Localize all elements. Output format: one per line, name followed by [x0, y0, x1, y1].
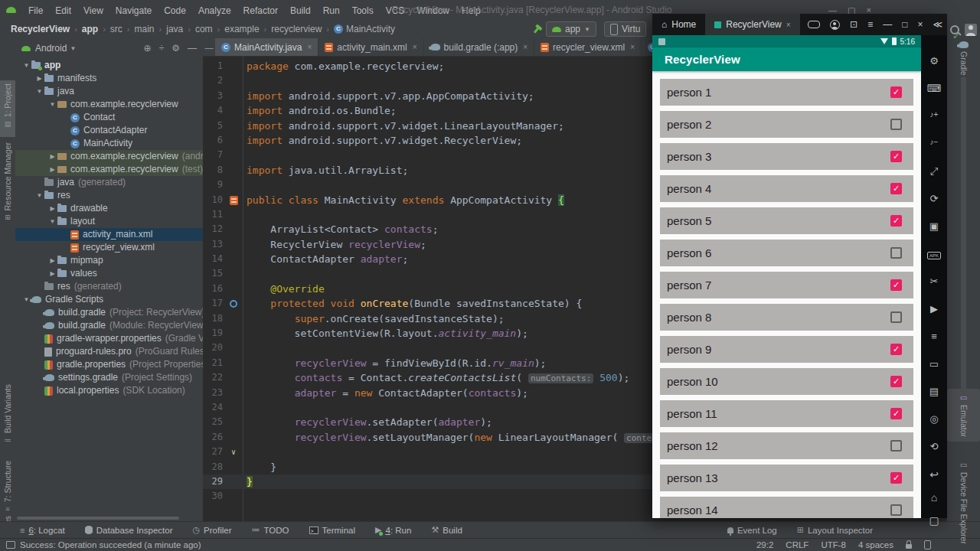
- list-item-person-7[interactable]: person 7✓: [660, 272, 913, 298]
- tool-window-button-layout-inspector[interactable]: ⊞Layout Inspector: [797, 525, 873, 535]
- close-icon[interactable]: ×: [523, 43, 528, 51]
- checkbox[interactable]: ✓: [890, 344, 902, 355]
- close-icon[interactable]: ×: [307, 43, 312, 51]
- tool-window-button-6-logcat[interactable]: ≡6: Logcat: [20, 525, 65, 535]
- chevron-expanded-icon[interactable]: ▼: [34, 189, 44, 202]
- list-item-person-6[interactable]: person 6: [660, 240, 913, 266]
- close-icon[interactable]: ×: [786, 21, 791, 29]
- nav-back-icon[interactable]: ↩: [921, 468, 947, 481]
- tree-row-contactadapter[interactable]: CContactAdapter: [15, 124, 203, 137]
- build-hammer-icon[interactable]: [534, 25, 541, 33]
- checkbox[interactable]: [890, 247, 902, 259]
- user-icon[interactable]: [830, 20, 840, 30]
- tree-row-settings-gradle-project-settings[interactable]: settings.gradle(Project Settings): [15, 371, 203, 384]
- menu-item-navigate[interactable]: Navigate: [109, 5, 158, 16]
- fullscreen-icon[interactable]: ⤢: [921, 165, 947, 178]
- tree-row-proguard-rules-pro-proguard-rules-for-re[interactable]: proguard-rules.pro(ProGuard Rules for Re: [15, 345, 203, 358]
- tree-row-mainactivity[interactable]: CMainActivity: [15, 137, 203, 150]
- breadcrumb-item-recyclerview[interactable]: RecyclerView: [9, 24, 71, 34]
- sidebar-item-7-structure[interactable]: 7: Structure≡: [0, 458, 15, 511]
- tool-window-button-4-run[interactable]: ▶4: Run: [375, 525, 411, 535]
- list-item-person-4[interactable]: person 4✓: [660, 175, 913, 202]
- tree-row-java[interactable]: ▼java: [15, 85, 203, 98]
- list-item-person-8[interactable]: person 8: [660, 304, 913, 331]
- tree-row-com-example-recyclerview[interactable]: ▼com.example.recyclerview: [15, 98, 203, 111]
- breadcrumb-item-main[interactable]: main: [133, 24, 156, 34]
- menu-item-tools[interactable]: Tools: [346, 5, 380, 16]
- list-item-person-9[interactable]: person 9✓: [660, 336, 913, 363]
- breadcrumb-item-example[interactable]: example: [223, 24, 260, 34]
- chevron-collapsed-icon[interactable]: ▶: [47, 202, 57, 215]
- checkbox[interactable]: [890, 440, 902, 452]
- list-item-person-11[interactable]: person 11✓: [660, 400, 913, 427]
- tree-row-mipmap[interactable]: ▶mipmap: [15, 254, 203, 267]
- tree-row-layout[interactable]: ▼layout: [15, 215, 203, 228]
- recycler-view-list[interactable]: person 1✓person 2person 3✓person 4✓perso…: [652, 71, 921, 518]
- keyboard-icon[interactable]: ⌨: [921, 83, 947, 94]
- checkbox[interactable]: ✓: [890, 279, 902, 291]
- record-icon[interactable]: ▶: [921, 303, 947, 315]
- settings-icon[interactable]: ⚙: [921, 55, 947, 67]
- menu-item-view[interactable]: View: [77, 5, 109, 16]
- volume-down-icon[interactable]: ♪−: [921, 138, 947, 146]
- nav-overview-icon[interactable]: ▢: [921, 514, 947, 527]
- hide-panel-icon[interactable]: —: [188, 43, 197, 54]
- emulator-device-icon[interactable]: [924, 540, 931, 549]
- tree-row-com-example-recyclerview-androidtest[interactable]: ▶com.example.recyclerview(androidTest): [15, 150, 203, 163]
- tool-window-button-database-inspector[interactable]: Database Inspector: [85, 525, 173, 535]
- collapse-icon[interactable]: ≪: [933, 19, 942, 30]
- chevron-collapsed-icon[interactable]: ▶: [47, 163, 57, 176]
- tool-window-button-event-log[interactable]: Event Log: [727, 525, 777, 535]
- sidebar-item-build-variants[interactable]: Build Variants≔: [0, 381, 15, 455]
- tree-row-contact[interactable]: CContact: [15, 111, 203, 124]
- list-item-person-12[interactable]: person 12: [660, 432, 913, 459]
- tool-window-button-build[interactable]: ⚒Build: [431, 525, 462, 535]
- volume-up-icon[interactable]: ♪+: [921, 110, 947, 119]
- locate-file-icon[interactable]: ⊕: [144, 43, 152, 54]
- checkbox[interactable]: ✓: [890, 472, 902, 484]
- tree-row-local-properties-sdk-location[interactable]: local.properties(SDK Location): [15, 384, 203, 397]
- tree-row-gradle-wrapper-properties-gradle-version[interactable]: gradle-wrapper.properties(Gradle Version…: [15, 332, 203, 345]
- location-icon[interactable]: ◎: [921, 413, 947, 425]
- tab-build-gradle-app[interactable]: build.gradle (:app)×: [424, 38, 535, 56]
- list-item-person-3[interactable]: person 3✓: [660, 143, 913, 170]
- override-method-icon[interactable]: [230, 300, 237, 308]
- checkbox[interactable]: ✓: [890, 376, 902, 387]
- breadcrumb-item-app[interactable]: app: [80, 24, 100, 34]
- checkbox[interactable]: [890, 119, 902, 130]
- horizontal-scrollbar[interactable]: [17, 517, 179, 520]
- chevron-collapsed-icon[interactable]: ▶: [34, 72, 44, 85]
- sidebar-item-resource-manager[interactable]: Resource Manager⊞: [0, 139, 15, 227]
- tab-mainactivity-java[interactable]: CMainActivity.java×: [215, 38, 318, 56]
- project-view-selector[interactable]: Android: [35, 43, 67, 54]
- tree-row-app[interactable]: ▼app: [15, 59, 203, 72]
- rotate-screen-icon[interactable]: ⟲: [921, 441, 947, 452]
- tab-recycler-view-xml[interactable]: recycler_view.xml×: [534, 38, 642, 56]
- tree-row-java-generated[interactable]: java(generated): [15, 176, 203, 189]
- tool-window-button-todo[interactable]: ≔TODO: [252, 525, 289, 535]
- menu-item-edit[interactable]: Edit: [49, 5, 77, 16]
- apk-icon[interactable]: APK: [921, 248, 947, 259]
- status-message[interactable]: Success: Operation succeeded (a minute a…: [20, 540, 201, 549]
- extended-controls-icon[interactable]: ≡: [921, 331, 947, 342]
- collapse-all-icon[interactable]: ÷: [159, 43, 165, 54]
- tree-row-com-example-recyclerview-test[interactable]: ▶com.example.recyclerview(test): [15, 163, 203, 176]
- tree-row-gradle-properties-project-properties[interactable]: gradle.properties(Project Properties): [15, 358, 203, 371]
- line-separator[interactable]: CRLF: [786, 540, 808, 549]
- sidebar-item-1-project[interactable]: 1: Project▤: [0, 80, 15, 137]
- sidebar-item-emulator[interactable]: ▭Emulator: [947, 389, 980, 442]
- tree-row-recycler-view-xml[interactable]: recycler_view.xml: [15, 241, 203, 254]
- menu-item-run[interactable]: Run: [317, 5, 346, 16]
- chevron-expanded-icon[interactable]: ▼: [34, 85, 44, 98]
- gamepad-icon[interactable]: [808, 21, 820, 28]
- scrollbar-track[interactable]: [961, 77, 966, 425]
- read-lock-icon[interactable]: [906, 544, 912, 549]
- scissors-icon[interactable]: ✂: [921, 276, 947, 287]
- tree-row-drawable[interactable]: ▶drawable: [15, 202, 203, 215]
- close-icon[interactable]: ×: [413, 43, 417, 51]
- tree-row-build-gradle-module-recyclerview-app[interactable]: build.gradle(Module: RecyclerView.app): [15, 319, 203, 332]
- tree-row-res-generated[interactable]: res(generated): [15, 280, 203, 293]
- file-encoding[interactable]: UTF-8: [821, 540, 846, 549]
- tree-row-manifests[interactable]: ▶manifests: [15, 72, 203, 85]
- list-item-person-1[interactable]: person 1✓: [660, 79, 913, 106]
